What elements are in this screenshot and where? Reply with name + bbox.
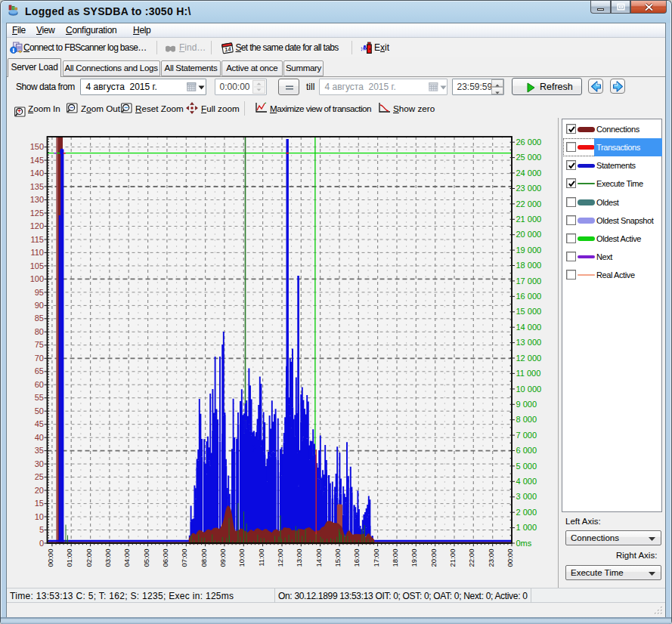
- svg-text:00:00: 00:00: [506, 549, 514, 567]
- svg-text:45: 45: [35, 419, 44, 428]
- svg-text:55: 55: [35, 393, 44, 402]
- svg-text:14:00: 14:00: [314, 549, 323, 567]
- svg-text:00:00: 00:00: [46, 549, 54, 567]
- svg-text:23:00: 23:00: [487, 549, 495, 567]
- svg-text:20 000: 20 000: [516, 230, 542, 239]
- svg-text:25 000: 25 000: [516, 153, 542, 162]
- svg-text:21 000: 21 000: [516, 215, 542, 224]
- svg-text:95: 95: [35, 288, 44, 297]
- svg-text:04:00: 04:00: [122, 549, 131, 567]
- svg-text:9 000: 9 000: [516, 400, 537, 409]
- svg-text:16:00: 16:00: [352, 549, 361, 567]
- svg-text:40: 40: [35, 433, 44, 442]
- svg-text:24 000: 24 000: [516, 168, 542, 178]
- svg-text:145: 145: [30, 156, 44, 165]
- svg-text:60: 60: [35, 380, 44, 389]
- svg-text:2 000: 2 000: [516, 508, 537, 517]
- svg-text:13:00: 13:00: [295, 549, 303, 567]
- svg-text:25: 25: [35, 472, 44, 481]
- svg-text:20:00: 20:00: [429, 549, 438, 567]
- svg-text:01:00: 01:00: [65, 549, 73, 567]
- svg-text:65: 65: [35, 366, 44, 375]
- svg-text:12:00: 12:00: [276, 549, 284, 567]
- svg-text:5: 5: [39, 525, 44, 534]
- svg-text:02:00: 02:00: [85, 549, 93, 567]
- svg-text:10 000: 10 000: [516, 385, 542, 394]
- svg-text:08:00: 08:00: [200, 549, 208, 567]
- svg-text:115: 115: [30, 235, 44, 244]
- svg-text:6 000: 6 000: [516, 446, 537, 455]
- svg-text:75: 75: [35, 340, 44, 349]
- svg-text:20: 20: [35, 486, 44, 495]
- svg-text:23 000: 23 000: [516, 184, 542, 193]
- svg-text:5 000: 5 000: [516, 462, 537, 471]
- svg-text:14 000: 14 000: [516, 323, 542, 332]
- svg-text:12 000: 12 000: [516, 354, 542, 363]
- svg-text:15 000: 15 000: [516, 307, 542, 316]
- svg-text:100: 100: [30, 274, 44, 283]
- svg-text:03:00: 03:00: [104, 549, 112, 567]
- svg-text:3 000: 3 000: [516, 492, 537, 501]
- svg-text:140: 140: [30, 168, 44, 178]
- svg-text:26 000: 26 000: [516, 137, 542, 147]
- svg-text:125: 125: [30, 209, 44, 218]
- svg-text:19 000: 19 000: [516, 246, 542, 255]
- svg-text:22 000: 22 000: [516, 199, 542, 209]
- svg-text:4 000: 4 000: [516, 477, 537, 486]
- svg-text:85: 85: [35, 314, 44, 323]
- svg-text:09:00: 09:00: [218, 549, 227, 567]
- svg-text:135: 135: [30, 182, 44, 191]
- svg-text:11:00: 11:00: [257, 549, 265, 567]
- svg-text:18:00: 18:00: [391, 549, 399, 567]
- svg-text:8 000: 8 000: [516, 415, 537, 424]
- svg-text:19:00: 19:00: [410, 549, 418, 567]
- svg-text:35: 35: [35, 446, 44, 455]
- svg-text:10: 10: [35, 512, 44, 521]
- svg-text:1 000: 1 000: [516, 523, 537, 532]
- svg-text:80: 80: [35, 327, 44, 336]
- svg-text:11 000: 11 000: [516, 369, 541, 378]
- svg-text:06:00: 06:00: [161, 549, 169, 567]
- svg-text:7 000: 7 000: [516, 431, 537, 440]
- svg-text:10:00: 10:00: [237, 549, 246, 567]
- svg-text:05:00: 05:00: [142, 549, 150, 567]
- svg-text:120: 120: [30, 221, 44, 230]
- svg-text:130: 130: [30, 195, 44, 204]
- svg-text:70: 70: [35, 354, 44, 363]
- svg-text:16 000: 16 000: [516, 292, 542, 301]
- svg-text:150: 150: [30, 142, 44, 151]
- svg-text:17 000: 17 000: [516, 276, 542, 286]
- svg-text:18 000: 18 000: [516, 261, 542, 270]
- svg-text:15:00: 15:00: [333, 549, 342, 567]
- svg-text:90: 90: [35, 301, 44, 310]
- svg-text:15: 15: [35, 499, 44, 508]
- svg-text:0ms: 0ms: [516, 539, 532, 548]
- svg-text:13 000: 13 000: [516, 338, 542, 347]
- svg-text:0: 0: [39, 539, 44, 548]
- svg-text:21:00: 21:00: [448, 549, 457, 567]
- svg-text:110: 110: [30, 248, 44, 257]
- svg-text:30: 30: [35, 459, 44, 468]
- svg-text:105: 105: [30, 261, 44, 270]
- svg-text:22:00: 22:00: [467, 549, 475, 567]
- svg-text:07:00: 07:00: [180, 549, 188, 567]
- svg-text:17:00: 17:00: [372, 549, 380, 567]
- svg-text:50: 50: [35, 406, 44, 415]
